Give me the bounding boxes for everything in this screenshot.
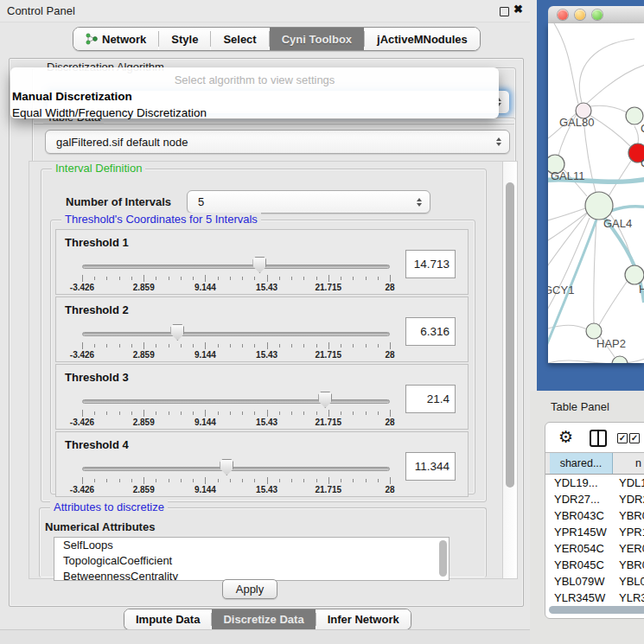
tick-mark [218,344,219,348]
column-header-shared-name[interactable]: shared... [550,453,613,474]
slider-thumb[interactable] [220,459,233,475]
tick-mark [242,344,243,348]
tick-label: 9.144 [194,283,216,292]
column-header-name[interactable]: n [613,453,644,474]
zoom-traffic-light[interactable] [592,10,603,20]
tick-mark [303,479,304,482]
threshold-value-box[interactable]: 11.344 [405,452,456,481]
threshold-slider[interactable]: -3.4262.8599.14415.4321.71528 [82,432,390,496]
dropdown-item[interactable]: Manual Discretization [10,88,499,105]
table-row[interactable]: YDL19...YDL1 [545,475,644,491]
tick-mark [341,411,341,415]
tick-mark [156,344,156,348]
tick-mark [106,479,107,482]
tick-mark [230,479,231,482]
close-traffic-light[interactable] [558,10,568,20]
float-window-icon[interactable] [500,7,509,16]
dropdown-item[interactable]: Equal Width/Frequency Discretization [10,105,499,121]
network-view-window[interactable]: GAL80GACGAL11GAL4GCY1HHAP2 [537,0,644,391]
slider-track[interactable] [82,265,390,269]
tick-mark [378,479,379,482]
threshold-slider[interactable]: -3.4262.8599.14415.4321.71528 [82,230,390,294]
horizontal-scrollbar[interactable] [545,606,644,614]
number-of-intervals-label: Number of Intervals [66,195,171,208]
table-row[interactable]: YBR045CYBR0 [545,557,644,573]
close-icon[interactable]: ✖ [513,3,523,16]
slider-thumb[interactable] [170,324,184,341]
minimize-traffic-light[interactable] [575,10,585,20]
threshold-value-box[interactable]: 21.4 [405,385,456,413]
gear-icon[interactable]: ⚙ [558,427,573,447]
apply-button[interactable]: Apply [222,579,277,599]
tab-network[interactable]: Network [73,28,158,50]
numerical-attributes-label: Numerical Attributes [45,520,155,533]
tab-impute-data[interactable]: Impute Data [124,609,211,629]
table-row[interactable]: YPR145WYPR1 [545,524,644,540]
tick-label: 2.859 [133,350,155,360]
slider-track[interactable] [82,332,390,336]
slider-ticks [82,410,390,418]
numerical-attributes-list[interactable]: SelfLoopsTopologicalCoefficientBetweenne… [54,537,450,581]
tab-cyni-toolbox[interactable]: Cyni Toolbox [270,28,364,50]
tick-mark [291,411,292,415]
table-rows: YDL19...YDL1YDR27...YDR2YBR043CYBR0YPR14… [545,475,644,603]
tick-mark [291,344,292,348]
cell-name: YBR0 [616,509,644,522]
table-row[interactable]: YDR27...YDR2 [545,491,644,507]
node-label: H [639,283,644,296]
network-canvas[interactable]: GAL80GACGAL11GAL4GCY1HHAP2 [548,23,644,363]
tab-select[interactable]: Select [211,28,268,50]
tab-label: Style [171,33,198,46]
split-column-icon[interactable] [590,430,607,447]
slider-thumb[interactable] [318,392,332,408]
slider-track[interactable] [82,467,390,471]
slider-ticks [82,275,390,283]
tick-label: 28 [385,485,394,494]
table-data-combobox[interactable]: galFiltered.sif default node [45,130,510,154]
tick-mark [390,477,391,484]
tick-label: 2.859 [133,283,155,292]
node-GAL4[interactable] [585,192,613,220]
bottom-strip [0,629,530,644]
checkbox-icon[interactable]: ✓ [629,433,640,443]
vertical-scrollbar[interactable] [502,162,517,578]
threshold-slider[interactable]: -3.4262.8599.14415.4321.71528 [82,365,390,429]
slider-track[interactable] [82,399,390,404]
tick-mark [119,479,120,482]
tab-jactivemnodules[interactable]: jActiveMNodules [365,28,480,50]
slider-ticks [82,477,390,485]
tick-mark [156,411,156,415]
group-title: Attributes to discretize [50,501,168,513]
tick-mark [316,479,317,482]
table-row[interactable]: YBL079WYBL0 [545,573,644,590]
slider-thumb[interactable] [252,257,266,273]
combobox-stepper-icon [496,137,501,146]
tab-discretize-data[interactable]: Discretize Data [212,609,315,629]
network-window-titlebar[interactable] [548,6,644,24]
attribute-item[interactable]: SelfLoops [54,538,449,553]
table-row[interactable]: YLR345WYLR3 [545,590,644,603]
tab-infer-network[interactable]: Infer Network [316,609,411,629]
tab-style[interactable]: Style [159,28,210,50]
table-row[interactable]: YER054CYER0 [545,540,644,557]
threshold-value-box[interactable]: 6.316 [405,317,456,346]
tick-mark [94,277,95,280]
tick-mark [267,275,268,282]
number-of-intervals-combobox[interactable]: 5 [187,190,430,214]
tick-mark [279,479,280,482]
threshold-value-box[interactable]: 14.713 [405,250,456,278]
attribute-item[interactable]: TopologicalCoefficient [54,553,449,569]
scrollbar-thumb[interactable] [506,182,514,488]
tick-mark [328,477,329,484]
list-scrollbar[interactable] [439,540,447,577]
scrollbar-thumb[interactable] [549,606,644,614]
tick-mark [366,479,367,482]
threshold-slider[interactable]: -3.4262.8599.14415.4321.71528 [82,297,390,361]
tick-mark [205,275,206,282]
node-H[interactable] [625,265,644,284]
checkbox-icon[interactable]: ✓ [617,433,628,443]
tick-mark [279,344,280,348]
threshold-panel-3: Threshold 3 -3.4262.8599.14415.4321.7152… [55,364,469,430]
table-row[interactable]: YBR043CYBR0 [545,507,644,524]
cell-name: YER0 [616,542,644,555]
